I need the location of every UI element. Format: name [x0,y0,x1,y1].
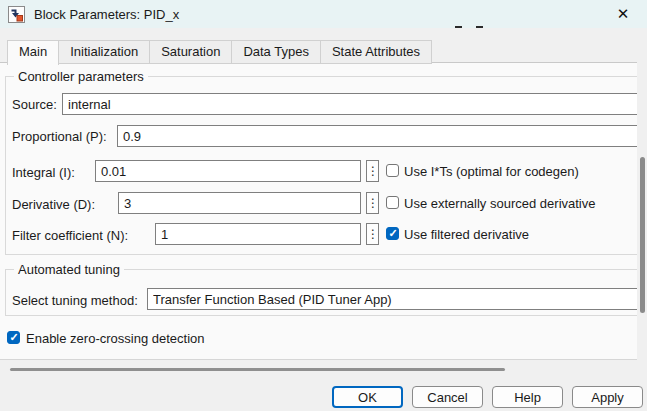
derivative-menu-kebab-icon[interactable]: ⋮ [366,192,379,214]
filter-coefficient-label: Filter coefficient (N): [12,228,128,243]
tab-initialization[interactable]: Initialization [58,40,150,64]
main-tab-panel: Controller parameters Source: Proportion… [0,62,637,360]
proportional-input[interactable] [117,125,637,147]
filtered-derivative-checkbox[interactable] [386,227,399,240]
derivative-label: Derivative (D): [12,197,95,212]
tab-state-attributes[interactable]: State Attributes [320,40,432,64]
controller-parameters-legend: Controller parameters [14,69,148,84]
ok-button[interactable]: OK [332,386,403,408]
horizontal-scrollbar-thumb[interactable] [10,368,505,371]
integral-input[interactable] [95,160,361,182]
automated-tuning-legend: Automated tuning [14,262,124,277]
use-its-label[interactable]: Use I*Ts (optimal for codegen) [404,164,579,179]
cancel-button[interactable]: Cancel [412,386,483,408]
ext-derivative-label[interactable]: Use externally sourced derivative [404,196,595,211]
tab-data-types[interactable]: Data Types [231,40,321,64]
ext-derivative-checkbox[interactable] [386,196,399,209]
integral-menu-kebab-icon[interactable]: ⋮ [366,160,379,182]
close-icon[interactable]: ✕ [612,3,634,25]
tab-saturation[interactable]: Saturation [149,40,232,64]
source-combobox[interactable] [62,93,637,115]
zero-crossing-checkbox[interactable] [7,331,20,344]
help-button[interactable]: Help [492,386,563,408]
proportional-label: Proportional (P): [12,129,107,144]
filter-coefficient-input[interactable] [155,223,361,245]
derivative-input[interactable] [118,192,361,214]
filtered-derivative-label[interactable]: Use filtered derivative [404,227,529,242]
tab-bar: Main Initialization Saturation Data Type… [7,40,432,65]
use-its-checkbox[interactable] [386,164,399,177]
tab-main[interactable]: Main [7,40,59,65]
clipped-text-fragment [476,26,483,28]
zero-crossing-label[interactable]: Enable zero-crossing detection [26,331,205,346]
window-title: Block Parameters: PID_x [34,7,179,22]
apply-button[interactable]: Apply [572,386,643,408]
block-parameters-dialog: Block Parameters: PID_x ✕ Main Initializ… [0,0,647,411]
vertical-scrollbar-thumb[interactable] [640,157,645,313]
simulink-block-icon [8,6,25,23]
titlebar: Block Parameters: PID_x ✕ [0,0,647,28]
integral-label: Integral (I): [12,165,75,180]
tuning-method-combobox[interactable] [147,288,637,310]
filter-menu-kebab-icon[interactable]: ⋮ [366,223,379,245]
clipped-text-fragment [455,26,462,28]
tuning-method-label: Select tuning method: [12,293,138,308]
source-label: Source: [12,97,57,112]
